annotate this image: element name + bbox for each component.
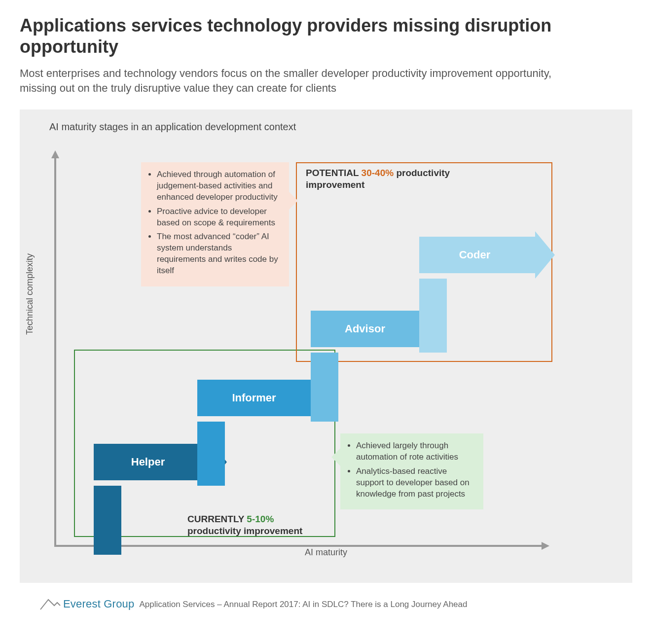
caption-current-value: 5-10% xyxy=(247,514,274,524)
brand-logo-icon xyxy=(39,597,61,610)
stage-coder: Coder xyxy=(419,231,555,279)
footer: Everest Group Application Services – Ann… xyxy=(20,597,632,610)
plot-area: Technical complexity AI maturity POTENTI… xyxy=(35,138,617,572)
brand-name: Everest Group xyxy=(63,598,134,610)
caption-potential: POTENTIAL 30-40% productivity improvemen… xyxy=(306,167,493,191)
stage-label: Helper xyxy=(94,444,207,480)
stage-label: Informer xyxy=(197,380,316,416)
brand-logo: Everest Group xyxy=(39,597,134,610)
caption-current: CURRENTLY 5-10% productivity improvement xyxy=(187,513,316,537)
caption-potential-value: 30-40% xyxy=(362,168,394,178)
page-subtitle: Most enterprises and technology vendors … xyxy=(20,66,562,95)
callout-current-bullet: Analytics-based reactive support to deve… xyxy=(356,466,474,500)
callout-current: Achieved largely through automation of r… xyxy=(340,433,483,510)
page-title: Applications services technology provide… xyxy=(20,15,562,57)
callout-potential-bullet: The most advanced “coder” AI system unde… xyxy=(157,231,280,277)
chart-panel: AI maturity stages in an application dev… xyxy=(20,109,632,583)
chart-heading: AI maturity stages in an application dev… xyxy=(49,121,617,133)
y-axis-label: Technical complexity xyxy=(25,253,35,335)
stage-connector xyxy=(311,353,338,422)
x-axis-label: AI maturity xyxy=(305,547,347,558)
callout-potential-bullet: Proactive advice to developer based on s… xyxy=(157,206,280,229)
callout-current-bullet: Achieved largely through automation of r… xyxy=(356,440,474,463)
x-axis xyxy=(54,545,543,547)
caption-current-prefix: CURRENTLY xyxy=(187,514,247,524)
stage-label: Coder xyxy=(419,237,535,273)
callout-potential: Achieved through automation of judgement… xyxy=(141,162,289,286)
stage-connector xyxy=(197,422,225,486)
y-axis xyxy=(54,157,56,547)
callout-potential-bullet: Achieved through automation of judgement… xyxy=(157,169,280,203)
stage-connector xyxy=(94,486,121,555)
caption-potential-prefix: POTENTIAL xyxy=(306,168,362,178)
stage-label: Advisor xyxy=(311,311,424,347)
caption-current-suffix: productivity improvement xyxy=(187,526,302,536)
stage-connector xyxy=(419,279,447,353)
arrow-right-icon xyxy=(535,231,555,279)
source-text: Application Services – Annual Report 201… xyxy=(139,600,467,610)
